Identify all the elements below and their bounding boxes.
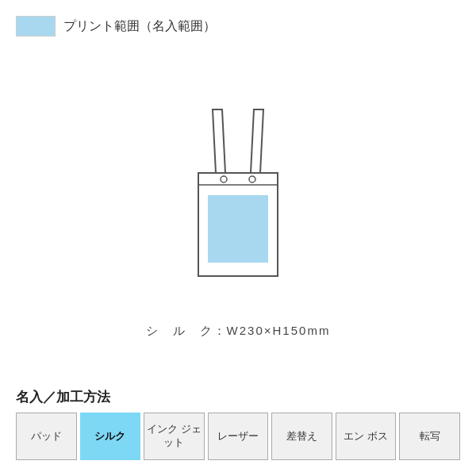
- bag-svg-container: シ ル ク：W230×H150mm: [146, 94, 331, 339]
- method-btn-inkjet[interactable]: インク ジェット: [144, 413, 205, 460]
- bag-area: シ ル ク：W230×H150mm: [16, 52, 460, 380]
- bottom-section: 名入／加工方法 パッドシルクインク ジェットレーザー差替えエン ボス転写: [16, 388, 460, 460]
- svg-rect-4: [208, 195, 268, 263]
- measurement-label: シ ル ク：W230×H150mm: [146, 324, 331, 339]
- method-btn-sasikae[interactable]: 差替え: [271, 413, 332, 460]
- legend-label: プリント範囲（名入範囲）: [63, 18, 216, 35]
- method-btn-emboss[interactable]: エン ボス: [336, 413, 397, 460]
- legend-row: プリント範囲（名入範囲）: [16, 16, 460, 36]
- method-btn-silk[interactable]: シルク: [80, 413, 141, 460]
- main-container: プリント範囲（名入範囲）: [0, 0, 476, 476]
- legend-color-box: [16, 16, 56, 36]
- method-btn-laser[interactable]: レーザー: [208, 413, 269, 460]
- method-btn-tensha[interactable]: 転写: [399, 413, 460, 460]
- measurement-method: シ ル ク: [146, 324, 213, 337]
- bag-diagram: [159, 94, 317, 316]
- method-buttons: パッドシルクインク ジェットレーザー差替えエン ボス転写: [16, 413, 460, 460]
- method-title: 名入／加工方法: [16, 388, 460, 406]
- measurement-dimensions: ：W230×H150mm: [213, 324, 331, 337]
- method-btn-pad[interactable]: パッド: [16, 413, 77, 460]
